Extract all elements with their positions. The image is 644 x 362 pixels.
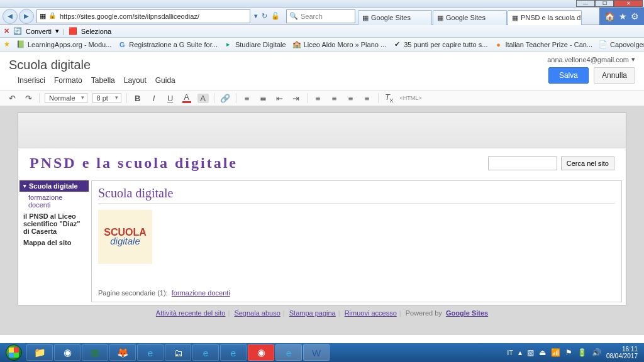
tray-bluetooth-icon[interactable]: ▧ bbox=[527, 348, 534, 357]
side-nav-active[interactable]: Scuola digitale bbox=[19, 180, 89, 192]
addon-close-icon[interactable]: ✕ bbox=[4, 27, 9, 35]
clear-format-icon[interactable]: Tx bbox=[384, 92, 395, 104]
favorites-star-icon[interactable]: ★ bbox=[4, 40, 10, 48]
bookmark-item[interactable]: 📗LearningApps.org - Modu... bbox=[16, 40, 111, 49]
taskbar-excel-icon[interactable]: ▦ bbox=[82, 344, 108, 361]
home-icon[interactable]: 🏠 bbox=[604, 11, 615, 21]
menu-guida[interactable]: Guida bbox=[155, 76, 175, 85]
taskbar-ie-icon[interactable]: e bbox=[137, 344, 164, 361]
bookmark-item[interactable]: ▸Studiare Digitale bbox=[224, 40, 286, 49]
save-button[interactable]: Salva bbox=[548, 67, 589, 84]
undo-icon[interactable]: ↶ bbox=[6, 94, 18, 103]
page-main[interactable]: Scuola digitale SCUOLA digitale Pagine s… bbox=[91, 180, 622, 302]
taskbar-ie3-icon[interactable]: e bbox=[220, 344, 247, 361]
bookmark-item[interactable]: ●Italian Teacher Prize - Can... bbox=[494, 40, 592, 49]
convert-icon: 🔄 bbox=[13, 27, 22, 35]
menu-layout[interactable]: Layout bbox=[124, 76, 147, 85]
bold-icon[interactable]: B bbox=[132, 94, 143, 103]
stop-reload-icon[interactable]: ↻ bbox=[262, 12, 267, 20]
editor-canvas[interactable]: PNSD e la scuola digitale Cerca nel sito… bbox=[18, 112, 626, 305]
footer-remove-link[interactable]: Rimuovi accesso bbox=[345, 309, 397, 317]
dropdown-icon[interactable]: ▾ bbox=[55, 27, 59, 35]
search-placeholder: Search bbox=[301, 13, 323, 20]
menu-tabella[interactable]: Tabella bbox=[91, 76, 115, 85]
start-button[interactable] bbox=[3, 343, 25, 362]
tab-label: Google Sites bbox=[446, 14, 486, 21]
indent-icon[interactable]: ⇥ bbox=[291, 94, 302, 103]
tray-network-icon[interactable]: 📶 bbox=[551, 348, 560, 357]
align-center-icon[interactable]: ≡ bbox=[329, 94, 340, 103]
outdent-icon[interactable]: ⇤ bbox=[274, 94, 286, 103]
align-left-icon[interactable]: ≡ bbox=[313, 94, 324, 103]
dropdown-icon[interactable]: ▾ bbox=[254, 12, 258, 20]
favorites-icon[interactable]: ★ bbox=[619, 11, 627, 21]
select-button[interactable]: Seleziona bbox=[81, 28, 111, 35]
taskbar-vodafone-icon[interactable]: ◉ bbox=[248, 344, 274, 361]
footer-activity-link[interactable]: Attività recente del sito bbox=[156, 309, 226, 317]
italic-icon[interactable]: I bbox=[148, 94, 160, 103]
footer-abuse-link[interactable]: Segnala abuso bbox=[234, 309, 280, 317]
bullet-list-icon[interactable]: ≣ bbox=[258, 94, 269, 103]
text-color-icon[interactable]: A bbox=[181, 93, 192, 103]
tray-eject-icon[interactable]: ⏏ bbox=[539, 348, 546, 357]
align-right-icon[interactable]: ≡ bbox=[345, 94, 357, 103]
subpages-link[interactable]: formazione docenti bbox=[172, 289, 230, 297]
cancel-button[interactable]: Annulla bbox=[594, 67, 635, 84]
fontsize-select[interactable]: 8 pt bbox=[92, 93, 121, 103]
bookmark-item[interactable]: GRegistrazione a G Suite for... bbox=[118, 40, 218, 49]
highlight-icon[interactable]: A bbox=[197, 94, 209, 103]
compat-icon[interactable]: 🔓 bbox=[271, 12, 280, 20]
tray-clock[interactable]: 16:11 08/04/2017 bbox=[606, 346, 638, 359]
link-icon[interactable]: 🔗 bbox=[219, 94, 231, 103]
tray-lang[interactable]: IT bbox=[507, 349, 513, 356]
back-button[interactable]: ◄ bbox=[3, 9, 18, 24]
bookmark-item[interactable]: 🏫Liceo Aldo Moro » Piano ... bbox=[292, 40, 386, 49]
select-icon: 🟥 bbox=[69, 27, 77, 35]
ie-tab[interactable]: ▦Google Sites bbox=[358, 10, 432, 25]
side-nav-subitem[interactable]: formazione docenti bbox=[19, 192, 89, 211]
tray-battery-icon[interactable]: 🔋 bbox=[577, 348, 587, 357]
numbered-list-icon[interactable]: ≡ bbox=[242, 94, 253, 103]
footer-print-link[interactable]: Stampa pagina bbox=[289, 309, 336, 317]
ie-tab[interactable]: ▦Google Sites bbox=[433, 10, 507, 25]
bookmark-item[interactable]: 📄Capovolgere la matemati... bbox=[599, 40, 644, 49]
taskbar-explorer-icon[interactable]: 📁 bbox=[26, 344, 53, 361]
windows-taskbar: 📁 ◉ ▦ 🦊 e 🗂 e e ◉ e W IT ▴ ▧ ⏏ 📶 ⚑ 🔋 🔊 1… bbox=[0, 343, 644, 362]
site-search-button[interactable]: Cerca nel sito bbox=[561, 156, 614, 170]
content-image[interactable]: SCUOLA digitale bbox=[98, 210, 152, 264]
tray-flag-icon[interactable]: ⚑ bbox=[565, 348, 572, 357]
convert-button[interactable]: Converti bbox=[26, 28, 52, 35]
menu-inserisci[interactable]: Inserisci bbox=[18, 76, 45, 85]
footer-googlesites-link[interactable]: Google Sites bbox=[446, 309, 488, 317]
taskbar-ie-active-icon[interactable]: e bbox=[275, 344, 302, 361]
tray-time: 16:11 bbox=[606, 346, 638, 353]
taskbar-ie2-icon[interactable]: e bbox=[192, 344, 219, 361]
user-email[interactable]: anna.vellone4@gmail.com▾ bbox=[547, 55, 635, 63]
tools-icon[interactable]: ⚙ bbox=[631, 11, 639, 21]
window-close-button[interactable]: ✕ bbox=[614, 0, 643, 7]
taskbar-word-icon[interactable]: W bbox=[303, 344, 330, 361]
tray-up-icon[interactable]: ▴ bbox=[518, 348, 522, 357]
window-minimize-button[interactable]: — bbox=[576, 0, 595, 7]
underline-icon[interactable]: U bbox=[165, 94, 176, 103]
taskbar-chrome-icon[interactable]: ◉ bbox=[54, 344, 80, 361]
taskbar-firefox-icon[interactable]: 🦊 bbox=[109, 344, 136, 361]
side-nav-item[interactable]: il PNSD al Liceo scientifico "Diaz" di C… bbox=[19, 211, 89, 237]
style-select[interactable]: Normale bbox=[45, 93, 87, 103]
tray-date: 08/04/2017 bbox=[606, 353, 638, 359]
html-button[interactable]: <HTML> bbox=[400, 95, 422, 101]
taskbar-folder-icon[interactable]: 🗂 bbox=[165, 344, 191, 361]
bookmark-label: Registrazione a G Suite for... bbox=[129, 41, 218, 48]
redo-icon[interactable]: ↷ bbox=[23, 94, 34, 103]
address-bar[interactable]: ▦ 🔒 https://sites.google.com/site/ilpnsd… bbox=[36, 9, 250, 23]
align-justify-icon[interactable]: ≡ bbox=[362, 94, 373, 103]
forward-button[interactable]: ► bbox=[19, 9, 34, 24]
ie-search-box[interactable]: 🔍 Search bbox=[286, 9, 355, 23]
site-search-input[interactable] bbox=[488, 156, 557, 170]
tray-volume-icon[interactable]: 🔊 bbox=[592, 348, 601, 357]
menu-formato[interactable]: Formato bbox=[54, 76, 82, 85]
window-restore-button[interactable]: ☐ bbox=[595, 0, 614, 7]
bookmark-item[interactable]: ✔35 punti per capire tutto s... bbox=[392, 40, 487, 49]
side-nav-item[interactable]: Mappa del sito bbox=[19, 237, 89, 248]
ie-tab-active[interactable]: ▦PNSD e la scuola dig...✕ bbox=[508, 10, 582, 25]
